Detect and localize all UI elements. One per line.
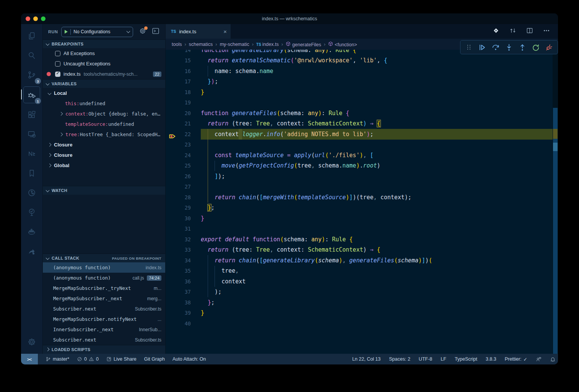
open-changes-icon[interactable] — [509, 27, 517, 36]
breadcrumb-item-myschematic[interactable]: my-schematic — [220, 42, 249, 47]
line-number[interactable]: 25 — [166, 163, 201, 169]
nx-console-icon[interactable] — [24, 146, 40, 162]
breadcrumb-item-tools[interactable]: tools — [172, 42, 182, 47]
code-line[interactable]: 40 — [166, 318, 558, 329]
code-line[interactable]: 22 context.logger.info('adding NOTES.md … — [166, 129, 558, 140]
variable-scope-row[interactable]: Global — [43, 160, 165, 171]
line-number[interactable]: 32 — [166, 236, 201, 242]
minimize-window-button[interactable] — [33, 16, 38, 21]
line-number[interactable]: 38 — [166, 299, 201, 306]
cursor-position[interactable]: Ln 22, Col 13 — [352, 356, 381, 362]
line-number[interactable]: 37 — [166, 289, 201, 295]
breadcrumb-item-function[interactable]: <function> — [328, 41, 357, 47]
line-number[interactable]: 18 — [166, 89, 201, 95]
code-line[interactable]: 25 move(getProjectConfig(tree, schema.na… — [166, 161, 558, 171]
watch-section-header[interactable]: WATCH — [43, 186, 165, 195]
line-number[interactable]: 19 — [166, 99, 201, 106]
call-stack-frame[interactable]: InnerSubscriber._nextInnerSub... — [43, 324, 165, 335]
variable-row[interactable]: this: undefined — [43, 98, 165, 109]
test-tree-icon[interactable] — [24, 204, 40, 220]
notifications-bell-icon[interactable] — [550, 356, 556, 362]
debug-console-icon[interactable] — [151, 27, 160, 37]
line-number[interactable]: 30 — [166, 215, 201, 221]
more-actions-icon[interactable] — [543, 27, 550, 36]
feedback-icon[interactable] — [536, 356, 542, 362]
code-line[interactable]: 30} — [166, 213, 558, 224]
variables-section-header[interactable]: VARIABLES — [43, 79, 165, 88]
line-number[interactable]: 39 — [166, 310, 201, 316]
breakpoint-uncaught-exceptions[interactable]: Uncaught Exceptions — [43, 59, 165, 69]
git-graph-icon[interactable] — [24, 185, 40, 201]
breakpoint-index-ts[interactable]: index.ts tools/schematics/my-sch... 22 — [43, 69, 165, 79]
variable-scope-row[interactable]: Closure — [43, 150, 165, 160]
code-line[interactable]: 16 name: schema.name — [166, 66, 558, 76]
continue-icon[interactable] — [477, 42, 487, 52]
configure-gear-icon[interactable] — [139, 27, 146, 36]
code-line[interactable]: 17 }); — [166, 76, 558, 87]
gitlens-icon[interactable] — [492, 27, 500, 36]
variable-scope-row[interactable]: Local — [43, 88, 165, 98]
code-line[interactable]: 21 return (tree: Tree, context: Schemati… — [166, 119, 558, 129]
share-icon[interactable] — [24, 243, 40, 259]
line-number[interactable]: 15 — [166, 57, 201, 63]
source-control-icon[interactable]: 3 — [24, 67, 40, 83]
line-number[interactable]: 36 — [166, 278, 201, 285]
call-stack-section-header[interactable]: CALL STACK PAUSED ON BREAKPOINT — [43, 254, 165, 262]
restart-icon[interactable] — [531, 42, 541, 52]
breadcrumb-item-generatefiles[interactable]: generateFiles — [286, 41, 321, 47]
checkbox-unchecked[interactable] — [55, 61, 60, 67]
branch-indicator[interactable]: master* — [46, 356, 69, 362]
step-out-icon[interactable] — [517, 42, 527, 52]
code-line[interactable]: 26 ]); — [166, 171, 558, 182]
step-into-icon[interactable] — [504, 42, 514, 52]
encoding-indicator[interactable]: UTF-8 — [419, 356, 432, 362]
code-line[interactable]: 34 return chain([generateLibrary(schema)… — [166, 255, 558, 266]
call-stack-frame[interactable]: MergeMapSubscriber._tryNextm... — [43, 283, 165, 293]
line-number[interactable]: 28 — [166, 194, 201, 200]
docker-icon[interactable] — [24, 224, 40, 240]
variable-row[interactable]: templateSource: undefined — [43, 119, 165, 129]
tab-index-ts[interactable]: TS index.ts × — [166, 24, 231, 39]
breakpoints-section-header[interactable]: BREAKPOINTS — [43, 39, 165, 48]
ts-version-indicator[interactable]: 3.8.3 — [486, 356, 496, 362]
launch-config-dropdown[interactable]: No Configurations — [61, 27, 133, 37]
problems-indicator[interactable]: 0 0 — [77, 356, 99, 362]
code-line[interactable]: 31 — [166, 224, 558, 234]
breadcrumb-item-indexts[interactable]: TS index.ts — [256, 42, 279, 47]
settings-gear-icon[interactable] — [24, 334, 40, 350]
eol-indicator[interactable]: LF — [441, 356, 446, 362]
code-line[interactable]: 19 — [166, 98, 558, 108]
code-line[interactable]: 32export default function(schema: any): … — [166, 234, 558, 245]
line-number[interactable]: 20 — [166, 110, 201, 116]
line-number[interactable]: 27 — [166, 184, 201, 190]
call-stack-frame[interactable]: Subscriber.nextSubscriber.ts — [43, 335, 165, 345]
remote-explorer-icon[interactable] — [24, 126, 40, 142]
line-number[interactable]: 34 — [166, 257, 201, 264]
live-share-button[interactable]: Live Share — [106, 356, 137, 362]
line-number[interactable]: 33 — [166, 247, 201, 253]
drag-grip-icon[interactable] — [464, 42, 474, 52]
zoom-window-button[interactable] — [41, 16, 46, 21]
code-line[interactable]: 15 return externalSchematic('@nrwl/works… — [166, 55, 558, 66]
line-number[interactable]: 35 — [166, 268, 201, 274]
line-number[interactable]: 22 — [166, 131, 201, 137]
breadcrumb-item-schematics[interactable]: schematics — [189, 42, 213, 47]
run-debug-icon[interactable]: 1 — [23, 86, 40, 103]
files-icon[interactable] — [24, 28, 40, 44]
code-line[interactable]: 29 }; — [166, 203, 558, 213]
variable-scope-row[interactable]: Closure — [43, 140, 165, 150]
line-number[interactable]: 14 — [166, 50, 201, 53]
indentation-indicator[interactable]: Spaces: 2 — [389, 356, 410, 362]
call-stack-frame[interactable]: (anonymous function)call.js74:24 — [43, 273, 165, 283]
title-bar[interactable]: index.ts — wrkschematics — [21, 13, 558, 24]
code-line[interactable]: 20function generateFiles(schema: any): R… — [166, 108, 558, 119]
call-stack-frame[interactable]: MergeMapSubscriber._nextmerg... — [43, 293, 165, 304]
line-number[interactable]: 31 — [166, 226, 201, 232]
code-line[interactable]: 27 — [166, 182, 558, 192]
line-number[interactable]: 24 — [166, 152, 201, 158]
bookmarks-icon[interactable] — [24, 165, 40, 181]
prettier-indicator[interactable]: Prettier: ✓ — [505, 356, 527, 362]
language-indicator[interactable]: TypeScript — [455, 356, 477, 362]
call-stack-frame[interactable]: Subscriber.nextSubscriber.ts — [43, 304, 165, 314]
code-line[interactable]: 24 const templateSource = apply(url('./f… — [166, 150, 558, 161]
